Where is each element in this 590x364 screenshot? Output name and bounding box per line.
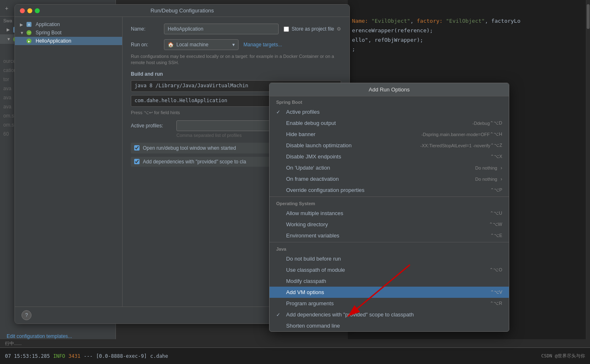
popup-divider-2 (270, 242, 509, 242)
open-tool-window-label: Open run/debug tool window when started (143, 145, 236, 151)
enable-debug-hint: -Ddebug (472, 121, 490, 126)
popup-add-deps-classpath[interactable]: ✓ Add dependencies with "provided" scope… (270, 309, 509, 320)
status-exec: [0.0-8888-exec-9] (96, 353, 147, 359)
popup-program-args[interactable]: Program arguments ⌃⌥R (270, 298, 509, 309)
csdn-badge: CSDN @世界尽头与你 (541, 353, 585, 359)
name-input[interactable] (164, 24, 279, 34)
hide-banner-hint: -Dspring.main.banner-mode=OFF (421, 132, 490, 137)
add-run-options-popup: Add Run Options Spring Boot ✓ Active pro… (269, 83, 509, 332)
on-update-hint: Do nothing (475, 165, 497, 170)
on-frame-arrow: › (501, 176, 502, 182)
on-frame-hint: Do nothing (475, 177, 497, 182)
help-button[interactable]: ? (22, 310, 31, 320)
panel-hello-icon: ▶ (26, 38, 31, 43)
env-vars-shortcut: ⌃⌥E (490, 233, 502, 238)
popup-on-update[interactable]: On 'Update' action Do nothing › (270, 162, 509, 173)
hide-banner-label: Hide banner (286, 131, 418, 137)
popup-on-frame[interactable]: On frame deactivation Do nothing › (270, 173, 509, 184)
store-as-file-checkbox[interactable] (284, 26, 289, 32)
tree-expand-application: ▶ (7, 27, 12, 32)
override-config-label: Override configuration properties (286, 187, 490, 193)
disable-launch-hint: -XX:TieredStopAtLevel=1 -noverify (420, 143, 490, 148)
popup-allow-multiple[interactable]: Allow multiple instances ⌃⌥U (270, 208, 509, 219)
no-build-check (276, 256, 283, 262)
panel-app-expand: ▶ (20, 22, 25, 27)
panel-hello-expand (20, 39, 25, 43)
shorten-cmd-check (276, 323, 283, 329)
enable-debug-shortcut: ⌃⌥D (490, 120, 502, 126)
run-on-select[interactable]: 🏠 Local machine ▾ (164, 39, 238, 50)
panel-hello-item[interactable]: ▶ HelloApplication (15, 37, 122, 45)
panel-spring-icon: 🌱 (26, 30, 31, 35)
popup-shorten-cmd[interactable]: Shorten command line (270, 320, 509, 331)
status-sep: --- (84, 353, 93, 359)
popup-hide-banner[interactable]: Hide banner -Dspring.main.banner-mode=OF… (270, 129, 509, 140)
add-dependencies-checkbox[interactable] (134, 159, 140, 164)
program-args-check (276, 301, 283, 307)
status-class: c.dahe (150, 353, 168, 359)
popup-env-vars[interactable]: Environment variables ⌃⌥E (270, 230, 509, 241)
popup-section-spring-boot: Spring Boot (270, 96, 509, 106)
traffic-lights (20, 8, 40, 13)
add-deps-label: Add dependencies with "provided" scope t… (286, 311, 502, 318)
popup-title: Add Run Options (270, 83, 509, 96)
panel-hello-label: HelloApplication (36, 38, 71, 44)
popup-enable-debug[interactable]: Enable debug output -Ddebug ⌃⌥D (270, 117, 509, 129)
add-dependencies-label: Add dependencies with "provided" scope t… (143, 159, 246, 165)
panel-application-item[interactable]: ▶ A Application (15, 20, 122, 29)
name-label: Name: (131, 26, 164, 32)
allow-multiple-check (276, 211, 283, 216)
modify-classpath-check (276, 278, 283, 284)
active-profiles-item-label: Active profiles (286, 109, 502, 115)
run-on-description: Run configurations may be executed local… (131, 53, 341, 66)
store-as-file-label: Store as project file (291, 26, 334, 32)
run-on-chevron: ▾ (232, 42, 235, 48)
disable-jmx-check (276, 154, 283, 160)
add-deps-check: ✓ (276, 312, 283, 318)
popup-disable-jmx[interactable]: Disable JMX endpoints ⌃⌥X (270, 151, 509, 162)
panel-spring-item[interactable]: ▼ 🌱 Spring Boot (15, 29, 122, 37)
env-vars-label: Environment variables (286, 232, 490, 239)
status-bar2: 行中...... (0, 339, 590, 347)
status-bar: 07 15:53:15.285 INFO 3431 --- [0.0-8888-… (0, 347, 590, 364)
use-classpath-shortcut: ⌃⌥O (489, 267, 502, 273)
status-time: 07 15:53:15.285 (5, 353, 50, 359)
hide-banner-check (276, 132, 283, 137)
popup-disable-launch[interactable]: Disable launch optimization -XX:TieredSt… (270, 140, 509, 151)
working-dir-shortcut: ⌃⌥W (489, 222, 502, 227)
popup-override-config[interactable]: Override configuration properties ⌃⌥P (270, 184, 509, 196)
hide-banner-shortcut: ⌃⌥H (490, 132, 502, 137)
popup-add-vm-options[interactable]: Add VM options ⌃⌥V (270, 287, 509, 298)
allow-multiple-shortcut: ⌃⌥U (490, 211, 502, 216)
manage-targets-link[interactable]: Manage targets... (243, 42, 282, 48)
override-config-check (276, 187, 283, 193)
disable-launch-shortcut: ⌃⌥Z (490, 143, 502, 148)
on-frame-check (276, 176, 283, 182)
use-classpath-check (276, 267, 283, 273)
program-args-label: Program arguments (286, 300, 490, 307)
panel-spring-label: Spring Boot (36, 30, 62, 36)
popup-use-classpath[interactable]: Use classpath of module ⌃⌥O (270, 264, 509, 275)
status-pid: 3431 (68, 353, 80, 359)
on-update-label: On 'Update' action (286, 165, 472, 171)
popup-active-profiles[interactable]: ✓ Active profiles (270, 106, 509, 117)
add-vm-label: Add VM options (286, 289, 490, 295)
enable-debug-label: Enable debug output (286, 120, 469, 126)
popup-no-build[interactable]: Do not build before run (270, 253, 509, 264)
dialog-titlebar: Run/Debug Configurations (15, 5, 349, 17)
maximize-button[interactable] (35, 8, 40, 13)
code-line-1: Name: "EvilObject", factory: "EvilObject… (352, 17, 586, 26)
add-icon[interactable]: + (3, 5, 10, 12)
shorten-cmd-label: Shorten command line (286, 323, 502, 329)
no-build-label: Do not build before run (286, 256, 502, 262)
on-frame-label: On frame deactivation (286, 176, 472, 182)
add-vm-check (276, 290, 283, 295)
close-button[interactable] (20, 8, 25, 13)
use-classpath-label: Use classpath of module (286, 267, 489, 273)
code-line-4: ; (352, 45, 586, 54)
minimize-button[interactable] (27, 8, 32, 13)
popup-modify-classpath[interactable]: Modify classpath (270, 275, 509, 287)
popup-working-dir[interactable]: Working directory ⌃⌥W (270, 219, 509, 230)
edit-config-link[interactable]: Edit configuration templates... (7, 333, 72, 339)
open-tool-window-checkbox[interactable] (134, 145, 140, 151)
